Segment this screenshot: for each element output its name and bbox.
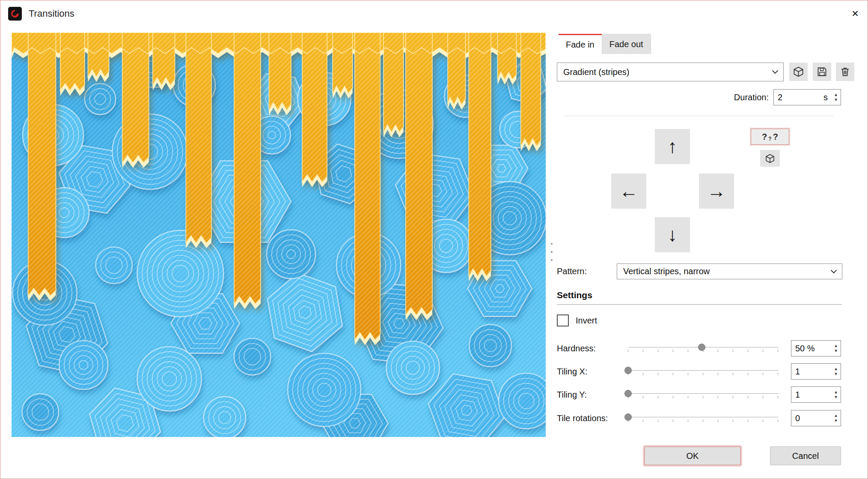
- slider-ticks: [628, 373, 779, 375]
- question-small-icon: ?: [768, 136, 771, 144]
- slider-handle[interactable]: [698, 344, 705, 351]
- spin-down-icon[interactable]: ▾: [831, 371, 841, 377]
- trash-icon: [839, 66, 851, 78]
- question-icon: ?: [773, 132, 778, 142]
- slider-handle[interactable]: [624, 367, 632, 374]
- drag-dot-icon: [551, 251, 553, 253]
- close-icon: ✕: [851, 9, 859, 19]
- duration-unit: s: [823, 93, 831, 102]
- tile-rotations-spinbox[interactable]: 0 ▴ ▾: [791, 410, 841, 426]
- direction-down-button[interactable]: ↓: [655, 217, 690, 252]
- ok-button[interactable]: OK: [644, 446, 741, 465]
- tab-fade-in-label: Fade in: [566, 40, 595, 50]
- hardness-value: 50 %: [791, 344, 815, 353]
- tab-fade-out-label: Fade out: [609, 39, 643, 49]
- hardness-spinbox[interactable]: 50 % ▴ ▾: [791, 340, 841, 356]
- preview-image: [12, 33, 546, 437]
- duration-spinbox[interactable]: 2 s ▴ ▾: [773, 89, 841, 105]
- arrow-up-icon: ↑: [668, 136, 677, 157]
- slider-handle[interactable]: [624, 390, 632, 397]
- window-title: Transitions: [29, 0, 74, 27]
- tile-rotations-label: Tile rotations:: [557, 413, 608, 424]
- slider-track-line: [628, 393, 779, 394]
- tiling-x-spinbox[interactable]: 1 ▴ ▾: [791, 363, 841, 380]
- slider-handle[interactable]: [624, 413, 632, 421]
- preset-dropdown[interactable]: Gradient (stripes): [557, 63, 784, 81]
- tiling-y-slider[interactable]: [628, 389, 779, 401]
- dice-cube-icon: [765, 153, 775, 164]
- spin-down-icon[interactable]: ▾: [831, 97, 841, 102]
- invert-checkbox[interactable]: [557, 314, 569, 326]
- hardness-label: Hardness:: [557, 343, 596, 354]
- separator-line: [564, 116, 834, 116]
- tiling-x-value: 1: [791, 367, 800, 377]
- spin-down-icon[interactable]: ▾: [831, 418, 841, 423]
- duration-value: 2: [774, 93, 782, 102]
- chevron-down-icon: [772, 68, 778, 74]
- slider-track-line: [628, 370, 779, 371]
- save-preset-button[interactable]: [813, 63, 831, 81]
- cancel-button-label: Cancel: [792, 451, 819, 461]
- tile-rotations-value: 0: [791, 413, 800, 423]
- panel-splitter[interactable]: [549, 243, 554, 261]
- close-button[interactable]: ✕: [843, 0, 868, 27]
- direction-up-button[interactable]: ↑: [655, 129, 690, 164]
- direction-right-button[interactable]: →: [699, 174, 734, 209]
- tab-bar: Fade in Fade out: [559, 34, 651, 54]
- pattern-dropdown[interactable]: Vertical stripes, narrow: [617, 263, 842, 279]
- tab-fade-in[interactable]: Fade in: [559, 34, 602, 54]
- tile-rotations-slider[interactable]: [628, 413, 779, 424]
- transition-preview: [12, 33, 546, 437]
- ok-button-label: OK: [687, 451, 699, 461]
- random-question-button[interactable]: ? ? ?: [751, 129, 789, 145]
- question-icon: ?: [762, 132, 767, 142]
- tab-fade-out[interactable]: Fade out: [602, 34, 651, 54]
- preset-dropdown-value: Gradient (stripes): [563, 67, 630, 77]
- arrow-left-icon: ←: [619, 180, 638, 202]
- settings-heading: Settings: [557, 290, 842, 305]
- slider-track-line: [628, 417, 779, 417]
- tiling-x-slider[interactable]: [628, 366, 779, 377]
- drag-dot-icon: [551, 243, 553, 245]
- slider-ticks: [628, 396, 779, 398]
- pattern-dropdown-value: Vertical stripes, narrow: [623, 266, 710, 276]
- spin-down-icon[interactable]: ▾: [831, 348, 841, 353]
- hardness-slider[interactable]: [628, 343, 779, 354]
- transitions-dialog: Transitions ✕: [0, 0, 868, 479]
- app-icon: [8, 7, 22, 21]
- random-preset-button[interactable]: [789, 63, 808, 81]
- arrow-down-icon: ↓: [668, 224, 677, 245]
- tiling-x-label: Tiling X:: [557, 366, 588, 377]
- tiling-y-value: 1: [791, 390, 800, 400]
- random-direction-button[interactable]: [760, 150, 780, 167]
- save-icon: [816, 66, 828, 78]
- chevron-down-icon: [831, 267, 837, 273]
- tiling-y-label: Tiling Y:: [557, 389, 587, 400]
- cancel-button[interactable]: Cancel: [770, 446, 841, 465]
- duration-label: Duration:: [702, 89, 769, 105]
- spin-down-icon[interactable]: ▾: [831, 395, 841, 400]
- drag-dot-icon: [551, 259, 553, 261]
- direction-left-button[interactable]: ←: [611, 174, 646, 209]
- delete-preset-button[interactable]: [836, 63, 854, 81]
- slider-ticks: [628, 419, 779, 422]
- pattern-label: Pattern:: [557, 263, 587, 279]
- arrow-right-icon: →: [707, 180, 726, 202]
- invert-label: Invert: [576, 314, 597, 326]
- tiling-y-spinbox[interactable]: 1 ▴ ▾: [791, 386, 841, 403]
- dice-cube-icon: [793, 66, 804, 78]
